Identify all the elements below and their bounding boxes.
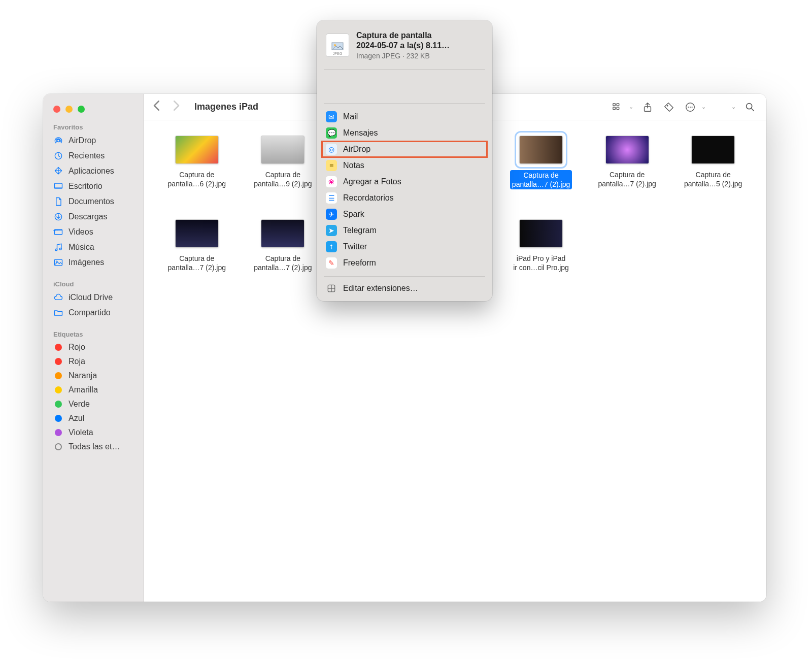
share-button[interactable] [640, 100, 655, 114]
file-label: iPad Pro y iPad ir con…cil Pro.jpg [513, 254, 569, 272]
file-item[interactable]: iPad Pro y iPad ir con…cil Pro.jpg [498, 219, 584, 303]
svg-point-18 [667, 105, 668, 106]
file-thumb [261, 219, 304, 248]
sidebar-tag-violeta[interactable]: Violeta [43, 425, 143, 440]
file-item[interactable]: Captura de pantalla…9 (2).jpg [240, 136, 326, 219]
file-label: Captura de pantalla…9 (2).jpg [254, 170, 312, 188]
share-sheet: JPEG Captura de pantalla 2024-05-07 a la… [317, 20, 492, 301]
desktop-icon [53, 181, 63, 191]
share-item-label: Recordatorios [343, 193, 394, 203]
svg-point-22 [692, 106, 693, 107]
share-item-agregar-a-fotos[interactable]: ❀Agregar a Fotos [322, 174, 487, 190]
sidebar-item-descargas[interactable]: Descargas [43, 209, 143, 224]
sidebar-section-favorites: Favoritos [43, 120, 143, 133]
share-item-mensajes[interactable]: 💬Mensajes [322, 125, 487, 141]
sidebar-tag-verde[interactable]: Verde [43, 397, 143, 411]
sidebar-item-icloud-drive[interactable]: iCloud Drive [43, 290, 143, 305]
svg-point-7 [56, 230, 56, 230]
airdrop-icon: ◎ [326, 144, 337, 155]
share-item-spark[interactable]: ✈Spark [322, 206, 487, 222]
sidebar-tag-azul[interactable]: Azul [43, 411, 143, 425]
sidebar-item-airdrop[interactable]: AirDrop [43, 133, 143, 148]
divider [324, 276, 485, 277]
more-button[interactable] [683, 100, 697, 114]
search-button[interactable] [743, 100, 757, 114]
share-item-notas[interactable]: ≡Notas [322, 157, 487, 174]
file-thumb [519, 136, 563, 164]
sidebar-item-label: Azul [69, 414, 84, 423]
sidebar-item-label: Videos [69, 227, 93, 237]
chevron-down-icon[interactable]: ⌄ [731, 104, 736, 110]
file-item[interactable]: Captura de pantalla…5 (2).jpg [670, 136, 756, 219]
file-label: Captura de pantalla…7 (2).jpg [168, 254, 226, 272]
forward-button[interactable] [172, 101, 180, 114]
close-window-button[interactable] [53, 106, 60, 113]
divider [324, 69, 485, 70]
file-item[interactable]: Captura de pantalla…7 (2).jpg [240, 219, 326, 303]
share-file-title: Captura de pantalla 2024-05-07 a la(s) 8… [356, 30, 450, 51]
file-item[interactable]: Captura de pantalla…6 (2).jpg [154, 136, 240, 219]
sidebar-item-label: Naranja [69, 371, 97, 380]
svg-point-21 [690, 106, 691, 107]
images-icon [53, 257, 63, 268]
sidebar-item-label: Todas las et… [69, 442, 120, 451]
sidebar-tag-amarilla[interactable]: Amarilla [43, 383, 143, 397]
svg-rect-14 [617, 103, 619, 106]
fullscreen-window-button[interactable] [78, 106, 85, 113]
back-button[interactable] [153, 101, 161, 114]
sidebar-item-compartido[interactable]: Compartido [43, 305, 143, 320]
minimize-window-button[interactable] [65, 106, 73, 113]
sidebar-tag-naranja[interactable]: Naranja [43, 369, 143, 383]
tag-dot-icon [55, 372, 62, 379]
share-item-airdrop[interactable]: ◎AirDrop [322, 141, 487, 157]
sidebar-item-escritorio[interactable]: Escritorio [43, 179, 143, 194]
mensajes-icon: 💬 [326, 127, 337, 139]
sidebar: Favoritos AirDropRecientesAplicacionesEs… [43, 94, 144, 602]
sidebar-item-label: iCloud Drive [69, 293, 113, 302]
share-item-label: Notas [343, 161, 364, 170]
edit-extensions-button[interactable]: Editar extensiones… [317, 279, 492, 296]
chevron-down-icon: ⌄ [629, 104, 633, 110]
sidebar-tag-roja[interactable]: Roja [43, 354, 143, 369]
share-item-freeform[interactable]: ✎Freeform [322, 255, 487, 271]
edit-extensions-icon [326, 283, 337, 294]
file-item[interactable]: Captura de pantalla…7 (2).jpg [584, 136, 670, 219]
share-item-telegram[interactable]: ➤Telegram [322, 222, 487, 239]
file-item[interactable]: Captura de pantalla…7 (2).jpg [154, 219, 240, 303]
tag-dot-icon [55, 344, 62, 351]
sidebar-item-label: Descargas [69, 212, 107, 221]
sidebar-item-videos[interactable]: Videos [43, 224, 143, 240]
svg-point-8 [57, 230, 57, 230]
mail-icon: ✉ [326, 111, 337, 122]
file-item[interactable]: Captura de pantalla…7 (2).jpg [498, 136, 584, 219]
sidebar-item-label: Escritorio [69, 182, 103, 191]
view-options-button[interactable] [611, 100, 625, 114]
sidebar-item-recientes[interactable]: Recientes [43, 148, 143, 163]
telegram-icon: ➤ [326, 225, 337, 236]
apps-icon [53, 166, 63, 176]
sidebar-item-documentos[interactable]: Documentos [43, 194, 143, 209]
sidebar-item-label: Imágenes [69, 258, 104, 267]
file-label: Captura de pantalla…6 (2).jpg [168, 170, 226, 188]
share-app-list: ✉Mail💬Mensajes◎AirDrop≡Notas❀Agregar a F… [317, 106, 492, 274]
share-item-twitter[interactable]: tTwitter [322, 239, 487, 255]
tag-dot-icon [55, 415, 62, 422]
sidebar-item-aplicaciones[interactable]: Aplicaciones [43, 163, 143, 179]
svg-line-24 [752, 108, 754, 111]
sidebar-item-im-genes[interactable]: Imágenes [43, 255, 143, 270]
video-icon [53, 227, 63, 237]
freeform-icon: ✎ [326, 257, 337, 269]
tag-button[interactable] [662, 100, 676, 114]
share-file-subtitle: Imagen JPEG · 232 KB [356, 52, 450, 60]
sidebar-item-label: Rojo [69, 343, 85, 352]
sidebar-tag-rojo[interactable]: Rojo [43, 340, 143, 354]
share-item-mail[interactable]: ✉Mail [322, 109, 487, 125]
sidebar-tag-all[interactable]: Todas las et… [43, 440, 143, 454]
spark-icon: ✈ [326, 209, 337, 220]
twitter-icon: t [326, 241, 337, 252]
share-item-recordatorios[interactable]: ☰Recordatorios [322, 190, 487, 206]
svg-rect-13 [613, 103, 616, 106]
sidebar-section-tags: Etiquetas [43, 327, 143, 340]
tag-dot-icon [55, 358, 62, 365]
sidebar-item-m-sica[interactable]: Música [43, 240, 143, 255]
